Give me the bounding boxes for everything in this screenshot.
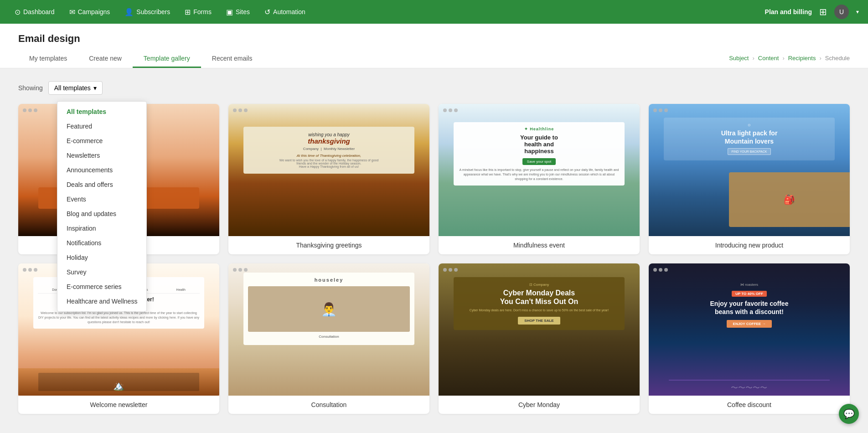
dot-1 — [443, 268, 447, 272]
filter-option-blog[interactable]: Blog and updates — [57, 206, 146, 221]
tab-recent-emails[interactable]: Recent emails — [201, 50, 264, 68]
filter-option-inspiration[interactable]: Inspiration — [57, 221, 146, 236]
template-card-product[interactable]: ⊙ Ultra light pack forMountain lovers FI… — [649, 104, 850, 254]
filter-option-newsletters[interactable]: Newsletters — [57, 148, 146, 163]
automation-icon: ↺ — [264, 8, 270, 16]
template-card-thanksgiving[interactable]: wishing you a happy thanksgiving Company… — [228, 104, 429, 254]
nav-campaigns[interactable]: ✉ Campaigns — [64, 5, 116, 19]
nav-automation[interactable]: ↺ Automation — [259, 5, 311, 19]
dot-2 — [449, 268, 452, 272]
dot-3 — [664, 268, 668, 272]
card-dots-4 — [653, 108, 668, 112]
card-label-product: Introducing new product — [649, 236, 850, 254]
breadcrumb-sep-2: › — [782, 55, 784, 62]
tab-create-new[interactable]: Create new — [78, 50, 133, 68]
tabs: My templates Create new Template gallery… — [18, 50, 850, 68]
card-dots-6 — [233, 268, 248, 272]
card-label-newsletter: Welcome newsletter — [18, 396, 219, 414]
breadcrumb-subject[interactable]: Subject — [729, 55, 749, 62]
filter-option-survey[interactable]: Survey — [57, 265, 146, 279]
dashboard-icon: ⊙ — [15, 8, 21, 16]
template-card-cyber[interactable]: ⊡ Company Cyber Monday DealsYou Can't Mi… — [439, 263, 640, 414]
dot-2 — [238, 268, 242, 272]
dot-1 — [23, 108, 26, 112]
card-dots — [23, 108, 37, 112]
dot-3 — [454, 268, 458, 272]
nav-forms-label: Forms — [193, 8, 212, 15]
nav-dashboard[interactable]: ⊙ Dashboard — [9, 5, 60, 19]
card-label-cyber: Cyber Monday — [439, 396, 640, 414]
template-card-mindfulness[interactable]: ✦ Healthline Your guide tohealth andhapp… — [439, 104, 640, 254]
dot-2 — [28, 108, 32, 112]
card-preview-mindfulness: ✦ Healthline Your guide tohealth andhapp… — [439, 104, 640, 236]
page-header: Email design Subject › Content › Recipie… — [0, 24, 868, 68]
avatar-chevron-icon[interactable]: ▾ — [856, 9, 859, 15]
breadcrumb-recipients[interactable]: Recipients — [788, 55, 816, 62]
dot-3 — [244, 268, 248, 272]
tab-template-gallery[interactable]: Template gallery — [133, 50, 201, 68]
breadcrumb-schedule: Schedule — [825, 55, 850, 62]
card-preview-cyber: ⊡ Company Cyber Monday DealsYou Can't Mi… — [439, 263, 640, 396]
filter-option-featured[interactable]: Featured — [57, 119, 146, 134]
dot-3 — [244, 108, 248, 112]
template-card-houseley[interactable]: houseley 👨‍💼 Consultation Consultation — [228, 263, 429, 414]
dot-1 — [653, 268, 657, 272]
filter-option-holiday[interactable]: Holiday — [57, 250, 146, 265]
card-dots-2 — [233, 108, 248, 112]
sites-icon: ▣ — [226, 8, 233, 16]
subscribers-icon: 👤 — [124, 8, 134, 16]
card-preview-houseley: houseley 👨‍💼 Consultation — [228, 263, 429, 396]
breadcrumb-sep-1: › — [753, 55, 754, 62]
dot-1 — [653, 108, 657, 112]
nav-dashboard-label: Dashboard — [23, 8, 55, 15]
dot-3 — [454, 108, 458, 112]
filter-option-announcements[interactable]: Announcements — [57, 163, 146, 177]
breadcrumb-content[interactable]: Content — [758, 55, 779, 62]
nav-campaigns-label: Campaigns — [78, 8, 110, 15]
filter-option-ecommerce-series[interactable]: E-commerce series — [57, 279, 146, 294]
dot-2 — [28, 268, 32, 272]
dot-2 — [659, 268, 662, 272]
filter-option-deals[interactable]: Deals and offers — [57, 177, 146, 192]
filter-option-healthcare[interactable]: Healthcare and Wellness — [57, 294, 146, 309]
nav-sites[interactable]: ▣ Sites — [221, 5, 255, 19]
tab-my-templates[interactable]: My templates — [18, 50, 78, 68]
template-filter-dropdown[interactable]: All templates ▾ — [48, 81, 103, 95]
card-preview-product: ⊙ Ultra light pack forMountain lovers FI… — [649, 104, 850, 236]
showing-row: Showing All templates ▾ — [18, 81, 850, 95]
campaigns-icon: ✉ — [69, 8, 75, 16]
nav-forms[interactable]: ⊞ Forms — [179, 5, 217, 19]
card-label-thanksgiving: Thanksgiving greetings — [228, 236, 429, 254]
grid-icon[interactable]: ⊞ — [819, 6, 827, 17]
filter-option-ecommerce[interactable]: E-commerce — [57, 134, 146, 148]
nav-subscribers-label: Subscribers — [136, 8, 170, 15]
dropdown-selected-label: All templates — [54, 84, 91, 92]
forms-icon: ⊞ — [185, 8, 191, 16]
dot-2 — [659, 108, 662, 112]
card-preview-coffee: ⋈ roasters UP TO 40% OFF Enjoy your favo… — [649, 263, 850, 396]
dot-1 — [233, 268, 237, 272]
dot-1 — [23, 268, 26, 272]
dot-3 — [34, 108, 37, 112]
filter-option-all[interactable]: All templates — [57, 104, 146, 119]
chat-widget[interactable]: 💬 — [839, 404, 859, 424]
card-dots-5 — [23, 268, 37, 272]
nav-sites-label: Sites — [236, 8, 250, 15]
nav-automation-label: Automation — [273, 8, 305, 15]
avatar[interactable]: U — [834, 5, 849, 19]
card-dots-7 — [443, 268, 458, 272]
breadcrumb-sep-3: › — [819, 55, 821, 62]
filter-dropdown-menu: All templates Featured E-commerce Newsle… — [57, 101, 147, 312]
nav-subscribers[interactable]: 👤 Subscribers — [119, 5, 176, 19]
showing-label: Showing — [18, 84, 43, 92]
top-navigation: ⊙ Dashboard ✉ Campaigns 👤 Subscribers ⊞ … — [0, 0, 868, 24]
dot-2 — [449, 108, 452, 112]
filter-option-notifications[interactable]: Notifications — [57, 236, 146, 250]
template-card-coffee[interactable]: ⋈ roasters UP TO 40% OFF Enjoy your favo… — [649, 263, 850, 414]
plan-billing-link[interactable]: Plan and billing — [765, 8, 812, 15]
dot-3 — [34, 268, 37, 272]
dot-1 — [443, 108, 447, 112]
filter-option-events[interactable]: Events — [57, 192, 146, 206]
card-preview-thanksgiving: wishing you a happy thanksgiving Company… — [228, 104, 429, 236]
breadcrumb: Subject › Content › Recipients › Schedul… — [729, 55, 850, 62]
